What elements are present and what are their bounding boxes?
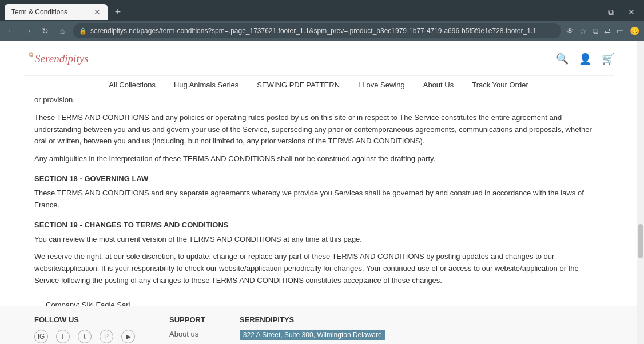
main-content: or provision. These TERMS AND CONDITIONS… — [0, 94, 637, 306]
paragraph-governing-law: These TERMS AND CONDITIONS and any separ… — [34, 187, 603, 211]
active-tab[interactable]: Term & Conditions ✕ — [5, 4, 108, 20]
serendipitys-title: Serendipitys — [240, 315, 385, 324]
home-button[interactable]: ⌂ — [56, 26, 69, 35]
browser-toolbar-icons: 👁 ☆ ⧉ ⇄ ▭ 😊 — [566, 26, 639, 36]
youtube-icon[interactable]: ▶ — [121, 330, 135, 343]
company-name: Company: Siki Eagle Sarl — [46, 298, 603, 306]
nav-all-collections[interactable]: All Collections — [109, 81, 156, 89]
star-icon[interactable]: ☆ — [579, 26, 587, 35]
extensions-icon[interactable]: ⧉ — [593, 26, 598, 36]
header-icons: 🔍 👤 🛒 — [556, 53, 614, 65]
paragraph-review: You can review the most current version … — [34, 234, 603, 246]
split-icon[interactable]: ▭ — [617, 26, 624, 35]
url-box[interactable]: 🔒 serendipitys.net/pages/term-conditions… — [73, 23, 561, 38]
nav-i-love-sewing[interactable]: I Love Sewing — [358, 81, 405, 89]
about-us-link[interactable]: About us — [169, 330, 205, 338]
tab-bar: Term & Conditions ✕ + — ⧉ ✕ — [0, 0, 644, 21]
logo-svg: Serendipitys ✿ — [23, 47, 94, 71]
instagram-icon[interactable]: IG — [34, 330, 48, 343]
nav-sewing-pdf[interactable]: SEWING PDF PATTERN — [257, 81, 340, 89]
footer-support: SUPPORT About us — [169, 315, 205, 344]
minimize-button[interactable]: — — [585, 7, 596, 17]
new-tab-button[interactable]: + — [110, 4, 126, 20]
sync-icon[interactable]: ⇄ — [604, 26, 611, 35]
paragraph-terms-agreement: These TERMS AND CONDITIONS and any polic… — [34, 112, 603, 147]
cart-icon[interactable]: 🛒 — [602, 53, 614, 65]
svg-text:Serendipitys: Serendipitys — [35, 53, 89, 65]
close-button[interactable]: ✕ — [626, 7, 637, 17]
scrollbar[interactable] — [637, 41, 644, 344]
logo-area: Serendipitys ✿ — [23, 47, 94, 71]
browser-chrome: Term & Conditions ✕ + — ⧉ ✕ ← → ↻ ⌂ 🔒 se… — [0, 0, 644, 41]
nav-track-order[interactable]: Track Your Order — [472, 81, 528, 89]
url-text: serendipitys.net/pages/term-conditions?s… — [90, 27, 536, 35]
window-controls: — ⧉ ✕ — [585, 7, 639, 17]
tab-title: Term & Conditions — [11, 8, 89, 16]
footer-serendipitys: Serendipitys 322 A Street, Suite 300, Wi… — [240, 315, 385, 344]
paragraph-provision: or provision. — [34, 94, 603, 106]
site-footer: FOLLOW US IG f t P ▶ SUPPORT About us Se… — [0, 306, 637, 344]
nav-hug-animals[interactable]: Hug Animals Series — [174, 81, 238, 89]
svg-text:✿: ✿ — [29, 51, 34, 58]
pinterest-icon[interactable]: P — [100, 330, 113, 343]
site-header: Serendipitys ✿ 🔍 👤 🛒 All Collections Hug… — [0, 41, 637, 94]
profile-icon[interactable]: 😊 — [630, 26, 639, 35]
eye-icon[interactable]: 👁 — [566, 26, 574, 35]
section19-heading: SECTION 19 - CHANGES TO TERMS AND CONDIT… — [34, 221, 603, 229]
company-info: Company: Siki Eagle Sarl Address: 1, Esp… — [46, 298, 603, 306]
social-icons: IG f t P ▶ — [34, 330, 135, 343]
header-top: Serendipitys ✿ 🔍 👤 🛒 — [23, 41, 614, 75]
paragraph-changes: We reserve the right, at our sole discre… — [34, 251, 603, 286]
nav-about-us[interactable]: About Us — [423, 81, 454, 89]
search-icon[interactable]: 🔍 — [556, 53, 569, 65]
twitter-icon[interactable]: t — [78, 330, 92, 343]
address-bar: ← → ↻ ⌂ 🔒 serendipitys.net/pages/term-co… — [0, 21, 644, 41]
support-title: SUPPORT — [169, 315, 205, 324]
tab-close-button[interactable]: ✕ — [94, 7, 101, 17]
section18-heading: SECTION 18 - GOVERNING LAW — [34, 174, 603, 183]
facebook-icon[interactable]: f — [56, 330, 70, 343]
account-icon[interactable]: 👤 — [579, 53, 591, 65]
paragraph-ambiguities: Any ambiguities in the interpretation of… — [34, 153, 603, 165]
website-content: Serendipitys ✿ 🔍 👤 🛒 All Collections Hug… — [0, 41, 637, 344]
restore-button[interactable]: ⧉ — [605, 7, 617, 17]
lock-icon: 🔒 — [79, 27, 87, 35]
reload-button[interactable]: ↻ — [39, 26, 51, 35]
scrollbar-thumb[interactable] — [638, 224, 643, 258]
follow-us-title: FOLLOW US — [34, 315, 135, 324]
back-button[interactable]: ← — [5, 26, 17, 35]
forward-button[interactable]: → — [22, 26, 34, 35]
footer-address: 322 A Street, Suite 300, Wilmington Dela… — [240, 330, 385, 340]
navigation-bar: All Collections Hug Animals Series SEWIN… — [23, 75, 614, 94]
footer-follow-us: FOLLOW US IG f t P ▶ — [34, 315, 135, 344]
browser-window: Term & Conditions ✕ + — ⧉ ✕ ← → ↻ ⌂ 🔒 se… — [0, 0, 644, 344]
